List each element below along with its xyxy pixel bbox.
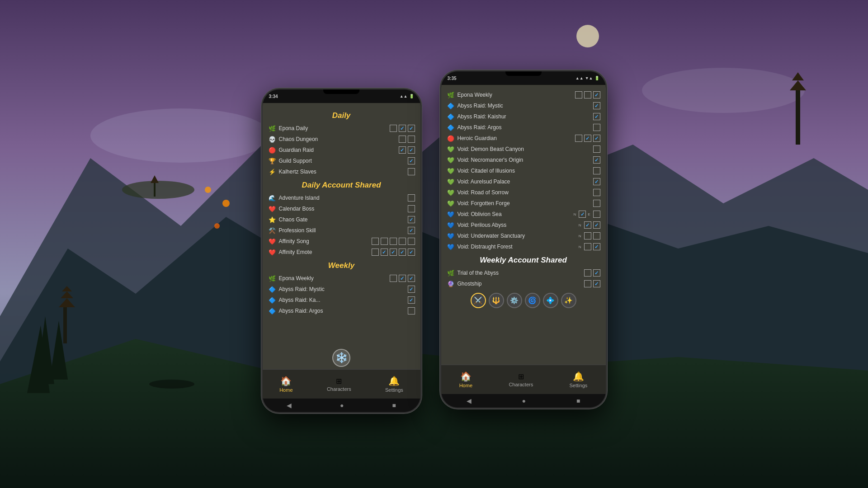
checkbox[interactable]: [390, 275, 397, 282]
p2-epona-checkboxes[interactable]: [575, 91, 600, 99]
checkbox[interactable]: [408, 136, 415, 143]
checkbox[interactable]: [372, 249, 379, 256]
p2-abyss-mystic-checkboxes[interactable]: [593, 102, 600, 109]
checkbox[interactable]: [408, 157, 415, 164]
p2-nav-home[interactable]: 🏠 Home: [455, 369, 477, 390]
phone-2-content[interactable]: 🌿 Epona Weekly 🔷 Abyss Raid: Mystic: [441, 85, 606, 365]
char-icon-6[interactable]: ✨: [561, 293, 576, 308]
checkbox[interactable]: [390, 249, 397, 256]
void-aurelsud-checkboxes[interactable]: [593, 178, 600, 185]
checkbox[interactable]: [399, 238, 406, 245]
checkbox[interactable]: [584, 232, 591, 239]
gate-checkboxes[interactable]: [408, 216, 415, 223]
checkbox[interactable]: [408, 296, 415, 304]
checkbox[interactable]: [575, 91, 582, 99]
phone-1-content[interactable]: Daily 🌿 Epona Daily 💀 Chaos Dungeon: [263, 103, 420, 369]
checkbox[interactable]: [408, 275, 415, 282]
checkbox[interactable]: [584, 269, 591, 277]
char-icon-2[interactable]: 🔱: [489, 293, 504, 308]
checkbox[interactable]: [593, 280, 600, 287]
chaos-checkboxes[interactable]: [399, 136, 415, 143]
checkbox[interactable]: [399, 249, 406, 256]
checkbox[interactable]: [399, 136, 406, 143]
back-button[interactable]: ◀: [287, 402, 292, 409]
checkbox[interactable]: [408, 194, 415, 202]
void-distraught-checkboxes[interactable]: N: [579, 243, 600, 250]
checkbox[interactable]: [593, 91, 600, 99]
ghost-checkboxes[interactable]: [584, 280, 600, 287]
p2-home-button[interactable]: ●: [522, 397, 526, 404]
home-button[interactable]: ●: [340, 402, 344, 409]
checkbox[interactable]: [399, 125, 406, 132]
p2-nav-settings[interactable]: 🔔 Settings: [565, 369, 592, 390]
char-icon-5[interactable]: 💠: [543, 293, 558, 308]
checkbox[interactable]: [593, 145, 600, 153]
checkbox[interactable]: [408, 125, 415, 132]
void-citadel-checkboxes[interactable]: [593, 167, 600, 174]
char-icon-3[interactable]: ⚙️: [507, 293, 522, 308]
checkbox[interactable]: [584, 135, 591, 142]
checkbox[interactable]: [381, 238, 388, 245]
abyss-ka-checkboxes[interactable]: [408, 296, 415, 304]
p2-back-button[interactable]: ◀: [467, 397, 472, 404]
checkbox[interactable]: [584, 243, 591, 250]
checkbox[interactable]: [593, 178, 600, 185]
checkbox[interactable]: [593, 135, 600, 142]
affinity-song-checkboxes[interactable]: [372, 238, 415, 245]
void-road-checkboxes[interactable]: [593, 189, 600, 196]
p2-nav-characters[interactable]: ⊞ Characters: [504, 370, 538, 389]
checkbox[interactable]: [408, 227, 415, 234]
checkbox[interactable]: [408, 146, 415, 154]
checkbox[interactable]: [575, 135, 582, 142]
nav-home[interactable]: 🏠 Home: [275, 373, 297, 395]
trial-checkboxes[interactable]: [584, 269, 600, 277]
checkbox[interactable]: [593, 221, 600, 229]
checkbox[interactable]: [593, 124, 600, 131]
checkbox[interactable]: [593, 189, 600, 196]
adventure-checkboxes[interactable]: [408, 194, 415, 202]
checkbox[interactable]: [372, 238, 379, 245]
kalhertz-checkboxes[interactable]: [408, 168, 415, 175]
checkbox[interactable]: [408, 168, 415, 175]
checkbox[interactable]: [584, 221, 591, 229]
void-perilous-checkboxes[interactable]: N: [579, 221, 600, 229]
checkbox[interactable]: [390, 238, 397, 245]
void-forgotten-checkboxes[interactable]: [593, 200, 600, 207]
abyss-mystic-checkboxes[interactable]: [408, 286, 415, 293]
p2-heroic-checkboxes[interactable]: [575, 135, 600, 142]
checkbox[interactable]: [399, 275, 406, 282]
checkbox[interactable]: [593, 211, 600, 218]
char-icon-1[interactable]: ⚔️: [471, 293, 486, 308]
epona-checkboxes[interactable]: [390, 125, 415, 132]
checkbox[interactable]: [399, 146, 406, 154]
checkbox[interactable]: [593, 243, 600, 250]
checkbox[interactable]: [390, 125, 397, 132]
checkbox[interactable]: [408, 307, 415, 314]
checkbox[interactable]: [593, 102, 600, 109]
char-icon-4[interactable]: 🌀: [525, 293, 540, 308]
void-demon-checkboxes[interactable]: [593, 145, 600, 153]
abyss-argos-checkboxes[interactable]: [408, 307, 415, 314]
checkbox[interactable]: [593, 113, 600, 120]
checkbox[interactable]: [408, 205, 415, 212]
nav-settings[interactable]: 🔔 Settings: [381, 373, 408, 395]
affinity-emote-checkboxes[interactable]: [372, 249, 415, 256]
checkbox[interactable]: [593, 200, 600, 207]
p2-recents-button[interactable]: ■: [576, 397, 580, 404]
checkbox[interactable]: [584, 91, 591, 99]
void-necro-checkboxes[interactable]: [593, 156, 600, 164]
checkbox[interactable]: [593, 269, 600, 277]
checkbox[interactable]: [408, 249, 415, 256]
checkbox[interactable]: [408, 216, 415, 223]
checkbox[interactable]: [408, 238, 415, 245]
calendar-checkboxes[interactable]: [408, 205, 415, 212]
p2-abyss-argos-checkboxes[interactable]: [593, 124, 600, 131]
nav-characters[interactable]: ⊞ Characters: [322, 375, 356, 394]
guild-checkboxes[interactable]: [408, 157, 415, 164]
guardian-checkboxes[interactable]: [399, 146, 415, 154]
void-oblivion-checkboxes[interactable]: N E: [573, 211, 600, 218]
checkbox[interactable]: [579, 211, 586, 218]
checkbox[interactable]: [408, 286, 415, 293]
checkbox[interactable]: [584, 280, 591, 287]
prof-checkboxes[interactable]: [408, 227, 415, 234]
